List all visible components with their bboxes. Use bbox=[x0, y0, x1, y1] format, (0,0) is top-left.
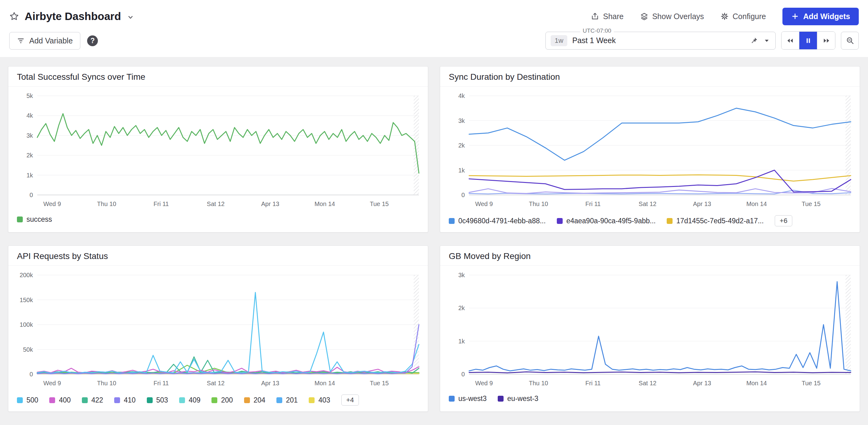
add-variable-button[interactable]: Add Variable bbox=[9, 32, 80, 50]
legend-swatch bbox=[49, 397, 55, 403]
svg-text:Tue 15: Tue 15 bbox=[802, 201, 820, 207]
legend-item[interactable]: 204 bbox=[244, 396, 265, 404]
legend-item[interactable]: 0c49680d-4791-4ebb-a88... bbox=[449, 217, 546, 225]
legend-swatch bbox=[17, 216, 23, 222]
legend-label: us-west3 bbox=[458, 395, 487, 403]
chart-legend: us-west3eu-west-3 bbox=[440, 392, 860, 403]
svg-text:3k: 3k bbox=[458, 272, 465, 278]
legend-item[interactable]: 200 bbox=[212, 396, 233, 404]
svg-text:Thu 10: Thu 10 bbox=[97, 201, 116, 207]
timeseries-chart-api-requests[interactable]: 050k100k150k200kWed 9Thu 10Fri 11Sat 12A… bbox=[12, 270, 424, 392]
svg-text:4k: 4k bbox=[26, 112, 33, 119]
legend-item[interactable]: success bbox=[17, 215, 52, 223]
svg-text:Mon 14: Mon 14 bbox=[746, 380, 767, 387]
title-dropdown-chevron-icon[interactable] bbox=[126, 13, 134, 21]
svg-text:Wed 9: Wed 9 bbox=[475, 201, 493, 207]
time-forward-button[interactable] bbox=[817, 32, 835, 49]
time-backward-button[interactable] bbox=[781, 32, 799, 49]
legend-item[interactable]: 17d1455c-7ed5-49d2-a17... bbox=[667, 217, 764, 225]
legend-swatch bbox=[114, 397, 120, 403]
widget-title: API Requests by Status bbox=[8, 246, 428, 266]
svg-text:Wed 9: Wed 9 bbox=[475, 380, 493, 387]
timeseries-chart-gb-moved[interactable]: 01k2k3kWed 9Thu 10Fri 11Sat 12Apr 13Mon … bbox=[444, 270, 856, 392]
timeseries-chart-total-syncs[interactable]: 01k2k3k4k5kWed 9Thu 10Fri 11Sat 12Apr 13… bbox=[12, 90, 424, 213]
share-button[interactable]: Share bbox=[591, 12, 624, 21]
svg-text:0: 0 bbox=[461, 371, 464, 377]
svg-text:Sat 12: Sat 12 bbox=[207, 380, 224, 387]
app-root: Airbyte Dashboard Share Show Overlays bbox=[0, 0, 868, 412]
show-overlays-button[interactable]: Show Overlays bbox=[640, 12, 704, 21]
legend-item[interactable]: e4aea90a-90ca-49f5-9abb... bbox=[557, 217, 656, 225]
widgets-grid: Total Successful Syncs over Time 01k2k3k… bbox=[0, 57, 868, 412]
svg-text:1k: 1k bbox=[458, 338, 465, 345]
legend-swatch bbox=[82, 397, 88, 403]
svg-text:5k: 5k bbox=[26, 92, 33, 99]
svg-text:Wed 9: Wed 9 bbox=[43, 380, 61, 387]
svg-text:2k: 2k bbox=[458, 305, 465, 311]
svg-text:Thu 10: Thu 10 bbox=[529, 380, 548, 387]
time-nav-buttons bbox=[781, 31, 835, 50]
widget-api-requests-by-status: API Requests by Status 050k100k150k200kW… bbox=[8, 245, 428, 412]
pin-icon[interactable] bbox=[750, 37, 758, 44]
configure-button[interactable]: Configure bbox=[720, 12, 766, 21]
svg-text:Thu 10: Thu 10 bbox=[529, 201, 548, 207]
svg-text:Sat 12: Sat 12 bbox=[207, 201, 224, 207]
legend-item[interactable]: 503 bbox=[147, 396, 168, 404]
timeseries-chart-sync-duration[interactable]: 01k2k3k4kWed 9Thu 10Fri 11Sat 12Apr 13Mo… bbox=[444, 90, 856, 213]
legend-item[interactable]: 500 bbox=[17, 396, 38, 404]
magnifier-minus-icon bbox=[846, 36, 854, 44]
legend-swatch bbox=[449, 396, 455, 402]
svg-text:Apr 13: Apr 13 bbox=[693, 201, 711, 207]
pause-button[interactable] bbox=[799, 32, 817, 49]
caret-down-icon[interactable] bbox=[763, 37, 770, 44]
legend-label: 400 bbox=[59, 396, 70, 404]
legend-label: 410 bbox=[124, 396, 135, 404]
svg-text:1k: 1k bbox=[458, 167, 465, 174]
share-label: Share bbox=[603, 12, 624, 21]
legend-item[interactable]: 422 bbox=[82, 396, 103, 404]
legend-swatch bbox=[276, 397, 282, 403]
legend-label: success bbox=[27, 215, 52, 223]
legend-overflow-badge[interactable]: +6 bbox=[775, 215, 792, 226]
legend-swatch bbox=[17, 397, 23, 403]
svg-text:Mon 14: Mon 14 bbox=[314, 201, 335, 207]
legend-item[interactable]: 409 bbox=[179, 396, 200, 404]
svg-text:Mon 14: Mon 14 bbox=[746, 201, 767, 207]
favorite-star-icon[interactable] bbox=[9, 11, 19, 21]
layers-icon bbox=[640, 12, 648, 20]
legend-item[interactable]: 410 bbox=[114, 396, 135, 404]
header-row-1: Airbyte Dashboard Share Show Overlays bbox=[9, 7, 859, 26]
svg-text:Wed 9: Wed 9 bbox=[43, 201, 61, 207]
legend-label: 422 bbox=[91, 396, 103, 404]
help-icon[interactable]: ? bbox=[87, 35, 98, 46]
legend-label: 500 bbox=[27, 396, 38, 404]
add-widgets-label: Add Widgets bbox=[803, 12, 850, 21]
svg-text:2k: 2k bbox=[458, 142, 465, 149]
widget-title: Total Successful Syncs over Time bbox=[8, 66, 428, 87]
legend-item[interactable]: us-west3 bbox=[449, 395, 487, 403]
chart-legend: success bbox=[8, 213, 428, 223]
plus-icon bbox=[791, 12, 799, 20]
filter-icon bbox=[17, 37, 25, 44]
dashboard-header: Airbyte Dashboard Share Show Overlays bbox=[0, 0, 868, 57]
legend-label: 503 bbox=[156, 396, 168, 404]
svg-text:Fri 11: Fri 11 bbox=[153, 380, 169, 387]
legend-item[interactable]: eu-west-3 bbox=[498, 395, 538, 403]
time-range-picker[interactable]: UTC-07:00 1w Past 1 Week bbox=[546, 32, 776, 50]
add-widgets-button[interactable]: Add Widgets bbox=[782, 8, 859, 25]
legend-label: 409 bbox=[189, 396, 200, 404]
dashboard-title: Airbyte Dashboard bbox=[25, 10, 121, 23]
svg-text:0: 0 bbox=[461, 191, 464, 198]
svg-text:Apr 13: Apr 13 bbox=[693, 380, 711, 387]
variables-bar: Add Variable ? bbox=[9, 32, 98, 50]
legend-label: eu-west-3 bbox=[507, 395, 538, 403]
svg-text:Apr 13: Apr 13 bbox=[261, 380, 279, 387]
legend-swatch bbox=[147, 397, 153, 403]
legend-item[interactable]: 201 bbox=[276, 396, 298, 404]
legend-item[interactable]: 403 bbox=[309, 396, 330, 404]
svg-text:4k: 4k bbox=[458, 92, 465, 99]
legend-overflow-badge[interactable]: +4 bbox=[341, 395, 359, 405]
zoom-out-button[interactable] bbox=[841, 32, 859, 50]
legend-item[interactable]: 400 bbox=[49, 396, 70, 404]
legend-swatch bbox=[449, 218, 455, 224]
